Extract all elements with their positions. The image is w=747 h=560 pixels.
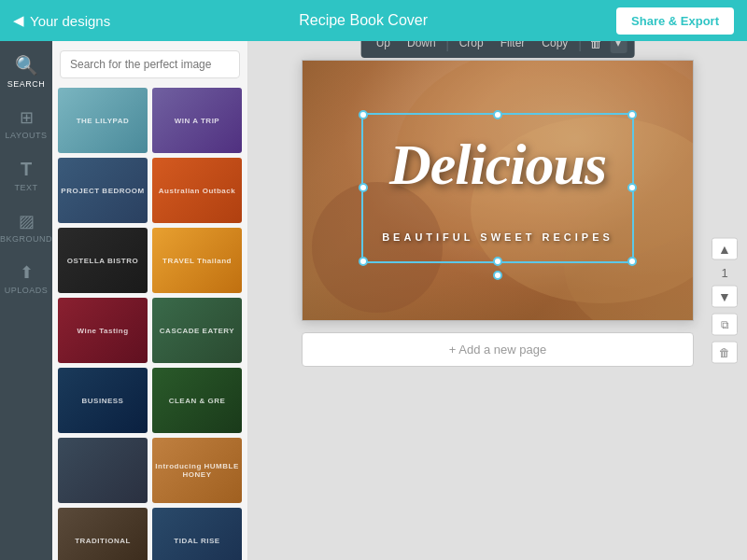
canvas-toolbar: Up Down Crop Filter Copy 🗑 ▾: [361, 41, 635, 58]
template-label: OSTELLA BISTRO: [58, 228, 148, 293]
template-label: TRAVEL Thailand: [152, 228, 242, 293]
template-label: [58, 438, 148, 503]
template-card[interactable]: WIN A TRIP: [152, 88, 242, 153]
delete-button[interactable]: 🗑: [584, 41, 608, 54]
page-title: Recipe Book Cover: [299, 12, 428, 29]
page-up-button[interactable]: ▲: [712, 238, 738, 260]
header: ◀ Your designs Recipe Book Cover Share &…: [0, 0, 747, 41]
back-label: Your designs: [30, 13, 110, 29]
template-card[interactable]: BUSINESS: [58, 368, 148, 433]
main-layout: 🔍 SEARCH ⊞ LAYOUTS T TEXT ▨ BKGROUND ⬆ U…: [0, 41, 747, 560]
toolbar-divider-1: [447, 41, 448, 51]
toolbar-divider-2: [579, 41, 580, 51]
template-label: PROJECT BEDROOM: [58, 158, 148, 223]
uploads-icon: ⬆: [20, 262, 34, 283]
template-label: Wine Tasting: [58, 298, 148, 363]
back-arrow-icon: ◀: [13, 12, 24, 29]
template-card[interactable]: THE LILYPAD: [58, 88, 148, 153]
search-input[interactable]: [60, 50, 240, 78]
template-label: Australian Outback: [152, 158, 242, 223]
canvas-area: Up Down Crop Filter Copy 🗑 ▾: [248, 41, 747, 560]
search-bar: [52, 41, 247, 88]
page-down-button[interactable]: ▼: [712, 286, 738, 308]
background-icon: ▨: [19, 211, 35, 231]
templates-panel: THE LILYPADWIN A TRIPPROJECT BEDROOMAust…: [52, 41, 248, 560]
templates-grid: THE LILYPADWIN A TRIPPROJECT BEDROOMAust…: [52, 88, 247, 560]
template-label: WIN A TRIP: [152, 88, 242, 153]
template-card[interactable]: TRAVEL Thailand: [152, 228, 242, 293]
up-button[interactable]: Up: [369, 41, 398, 53]
canvas-main-text: Delicious: [389, 132, 606, 198]
back-link[interactable]: ◀ Your designs: [13, 12, 110, 29]
down-button[interactable]: Down: [400, 41, 444, 53]
template-card[interactable]: Introducing HUMBLE HONEY: [152, 438, 242, 503]
copy-button[interactable]: Copy: [534, 41, 575, 53]
sidebar-item-search[interactable]: 🔍 SEARCH: [0, 47, 52, 96]
right-toolbar: ▲ 1 ▼ ⧉ 🗑: [712, 238, 738, 364]
template-label: CLEAN & GRE: [152, 368, 242, 433]
template-card[interactable]: PROJECT BEDROOM: [58, 158, 148, 223]
crop-button[interactable]: Crop: [452, 41, 491, 53]
template-label: TIDAL RISE: [152, 508, 242, 560]
sidebar-item-background[interactable]: ▨ BKGROUND: [0, 203, 52, 251]
template-label: BUSINESS: [58, 368, 148, 433]
template-card[interactable]: TRADITIONAL: [58, 508, 148, 560]
text-icon: T: [21, 159, 32, 180]
search-icon: 🔍: [15, 54, 38, 77]
template-label: CASCADE EATERY: [152, 298, 242, 363]
template-card[interactable]: CLEAN & GRE: [152, 368, 242, 433]
template-card[interactable]: Australian Outback: [152, 158, 242, 223]
canvas[interactable]: Delicious BEAUTIFUL SWEET RECIPES: [302, 60, 694, 321]
add-page-button[interactable]: + Add a new page: [302, 332, 694, 367]
template-card[interactable]: CASCADE EATERY: [152, 298, 242, 363]
template-card[interactable]: [58, 438, 148, 503]
template-card[interactable]: OSTELLA BISTRO: [58, 228, 148, 293]
filter-button[interactable]: Filter: [493, 41, 533, 53]
page-copy-button[interactable]: ⧉: [712, 314, 738, 336]
canvas-sub-text: BEAUTIFUL SWEET RECIPES: [382, 231, 613, 243]
template-label: THE LILYPAD: [58, 88, 148, 153]
sidebar-item-uploads[interactable]: ⬆ UPLOADS: [0, 255, 52, 302]
sidebar-item-text[interactable]: T TEXT: [0, 151, 52, 200]
page-delete-button[interactable]: 🗑: [712, 342, 738, 364]
page-number: 1: [721, 266, 727, 280]
share-export-button[interactable]: Share & Export: [616, 7, 734, 35]
template-label: TRADITIONAL: [58, 508, 148, 560]
toolbar-more-button[interactable]: ▾: [610, 41, 627, 53]
svg-point-2: [312, 182, 443, 313]
template-card[interactable]: TIDAL RISE: [152, 508, 242, 560]
icon-bar: 🔍 SEARCH ⊞ LAYOUTS T TEXT ▨ BKGROUND ⬆ U…: [0, 41, 52, 560]
canvas-wrapper: Up Down Crop Filter Copy 🗑 ▾: [302, 60, 694, 367]
template-label: Introducing HUMBLE HONEY: [152, 438, 242, 503]
template-card[interactable]: Wine Tasting: [58, 298, 148, 363]
sidebar-item-layouts[interactable]: ⊞ LAYOUTS: [0, 100, 52, 147]
layouts-icon: ⊞: [20, 107, 34, 128]
